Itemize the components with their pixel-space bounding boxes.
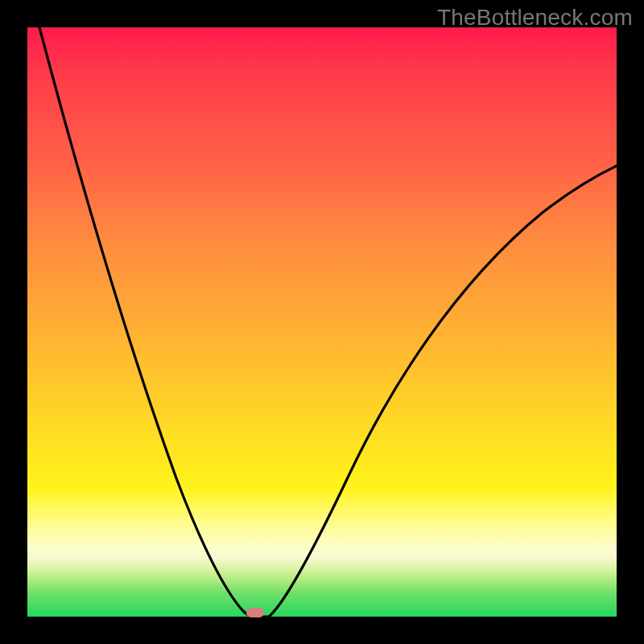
bottleneck-curve (27, 27, 617, 617)
optimum-marker (246, 608, 264, 617)
plot-area (27, 27, 617, 617)
curve-path (39, 27, 617, 617)
outer-frame: TheBottleneck.com (0, 0, 644, 644)
